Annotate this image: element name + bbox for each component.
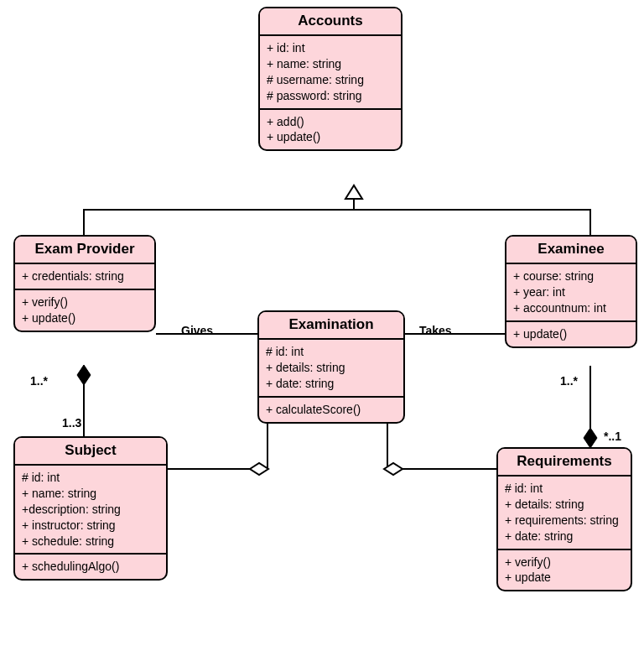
mult-provider-subject-bottom: 1..3 bbox=[62, 416, 81, 430]
class-requirements-ops: + verify() + update bbox=[498, 550, 631, 591]
uml-class-diagram: Accounts + id: int + name: string # user… bbox=[0, 0, 644, 651]
class-accounts: Accounts + id: int + name: string # user… bbox=[258, 7, 402, 151]
class-exam-provider-title: Exam Provider bbox=[15, 237, 154, 264]
class-examinee: Examinee + course: string + year: int + … bbox=[505, 235, 637, 348]
class-accounts-attrs: + id: int + name: string # username: str… bbox=[260, 36, 401, 110]
class-exam-provider-ops: + verify() + update() bbox=[15, 290, 154, 331]
svg-marker-9 bbox=[250, 463, 268, 475]
class-examinee-attrs: + course: string + year: int + accountnu… bbox=[506, 264, 636, 322]
svg-marker-6 bbox=[584, 428, 597, 448]
svg-marker-4 bbox=[77, 365, 91, 385]
mult-provider-subject-top: 1..* bbox=[30, 374, 48, 388]
class-accounts-title: Accounts bbox=[260, 8, 401, 36]
class-exam-provider-attrs: + credentials: string bbox=[15, 264, 154, 290]
class-examination-title: Examination bbox=[259, 312, 403, 340]
class-examination-attrs: # id: int + details: string + date: stri… bbox=[259, 340, 403, 398]
class-requirements-title: Requirements bbox=[498, 449, 631, 477]
class-examination-ops: + calculateScore() bbox=[259, 398, 403, 422]
class-subject-ops: + schedulingAlgo() bbox=[15, 555, 166, 579]
class-exam-provider: Exam Provider + credentials: string + ve… bbox=[13, 235, 156, 332]
class-examination: Examination # id: int + details: string … bbox=[257, 310, 405, 424]
rel-gives-label: Gives bbox=[181, 324, 213, 337]
mult-examinee-req-top: 1..* bbox=[560, 374, 578, 388]
class-examinee-title: Examinee bbox=[506, 237, 636, 264]
rel-takes-label: Takes bbox=[419, 324, 452, 337]
mult-examinee-req-bottom: *..1 bbox=[604, 430, 621, 443]
class-subject-title: Subject bbox=[15, 438, 166, 466]
class-requirements: Requirements # id: int + details: string… bbox=[496, 447, 632, 591]
class-requirements-attrs: # id: int + details: string + requiremen… bbox=[498, 477, 631, 550]
class-subject: Subject # id: int + name: string +descri… bbox=[13, 436, 168, 581]
svg-marker-0 bbox=[345, 185, 362, 199]
svg-marker-12 bbox=[384, 463, 402, 475]
class-examinee-ops: + update() bbox=[506, 322, 636, 346]
class-accounts-ops: + add() + update() bbox=[260, 110, 401, 150]
class-subject-attrs: # id: int + name: string +description: s… bbox=[15, 466, 166, 555]
